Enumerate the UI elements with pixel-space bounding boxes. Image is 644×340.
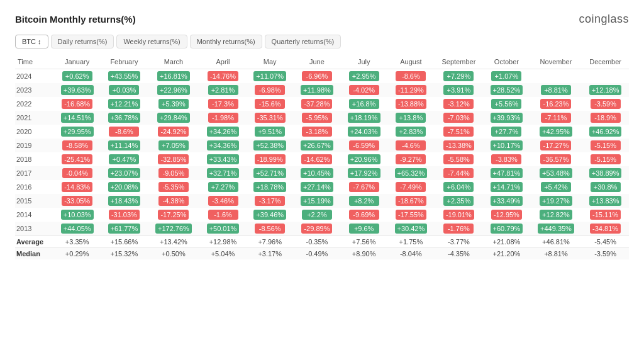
cell-value: -31.03% — [101, 208, 148, 222]
average-cell: -5.45% — [582, 236, 629, 248]
cell-value: -8.6% — [101, 125, 148, 139]
cell-value: +61.77% — [101, 222, 148, 236]
cell-value: +46.92% — [582, 125, 629, 139]
cell-value: +2.83% — [387, 125, 435, 139]
col-apr: April — [199, 55, 247, 69]
tab-monthly[interactable]: Monthly returns(%) — [190, 35, 262, 48]
cell-value: +19.27% — [530, 194, 582, 208]
cell-value: +52.38% — [247, 139, 294, 152]
cell-value: +5.39% — [148, 97, 199, 111]
cell-value: -16.68% — [53, 97, 101, 111]
cell-value: +8.81% — [530, 83, 582, 97]
cell-value: +42.95% — [530, 125, 582, 139]
cell-value: -4.6% — [387, 139, 435, 152]
cell-year: 2022 — [15, 97, 53, 111]
cell-year: 2019 — [15, 139, 53, 152]
cell-value: +1.07% — [483, 69, 530, 84]
tab-quarterly[interactable]: Quarterly returns(%) — [265, 35, 341, 48]
cell-value: +2.81% — [199, 83, 247, 97]
cell-value: -18.99% — [247, 152, 294, 166]
cell-value: +10.17% — [483, 139, 530, 152]
median-cell: +0.29% — [53, 248, 101, 260]
cell-value: +0.03% — [101, 83, 148, 97]
cell-value: -36.57% — [530, 152, 582, 166]
cell-value: +5.56% — [483, 97, 530, 111]
table-row: 2015-33.05%+18.43%-4.38%-3.46%-3.17%+15.… — [15, 194, 629, 208]
cell-value: -14.62% — [294, 152, 341, 166]
cell-value: -11.29% — [387, 83, 435, 97]
cell-value: -17.25% — [148, 208, 199, 222]
cell-value: -14.83% — [53, 180, 101, 194]
cell-value: +27.14% — [294, 180, 341, 194]
cell-value: +16.81% — [148, 69, 199, 84]
cell-value: -1.98% — [199, 111, 247, 125]
average-cell: +13.42% — [148, 236, 199, 248]
table-row: 2021+14.51%+36.78%+29.84%-1.98%-35.31%-5… — [15, 111, 629, 125]
cell-value: -24.92% — [148, 125, 199, 139]
cell-value: +28.52% — [483, 83, 530, 97]
tab-btc[interactable]: BTC ↕ — [15, 35, 48, 48]
average-cell: +46.81% — [530, 236, 582, 248]
cell-value — [530, 69, 582, 84]
cell-value: +33.43% — [199, 152, 247, 166]
cell-value: +33.49% — [483, 194, 530, 208]
cell-value: -25.41% — [53, 152, 101, 166]
col-mar: March — [148, 55, 199, 69]
cell-value: -4.02% — [340, 83, 387, 97]
cell-value: +11.07% — [247, 69, 294, 84]
col-sep: September — [435, 55, 483, 69]
cell-value: +34.26% — [199, 125, 247, 139]
cell-value: +20.96% — [340, 152, 387, 166]
average-cell: +21.08% — [483, 236, 530, 248]
cell-value: -18.67% — [387, 194, 435, 208]
tab-weekly[interactable]: Weekly returns(%) — [116, 35, 187, 48]
cell-value: +32.71% — [199, 166, 247, 180]
cell-value: +39.93% — [483, 111, 530, 125]
cell-value: -33.05% — [53, 194, 101, 208]
cell-value: +0.47% — [101, 152, 148, 166]
cell-value: +43.55% — [101, 69, 148, 84]
cell-value: +53.48% — [530, 166, 582, 180]
median-row: Median+0.29%+15.32%+0.50%+5.04%+3.17%-0.… — [15, 248, 629, 260]
cell-value: -7.44% — [435, 166, 483, 180]
cell-value: +14.71% — [483, 180, 530, 194]
cell-value: -5.35% — [148, 180, 199, 194]
col-oct: October — [483, 55, 530, 69]
cell-value: -29.89% — [294, 222, 341, 236]
median-cell: +5.04% — [199, 248, 247, 260]
median-cell: +0.50% — [148, 248, 199, 260]
cell-year: 2024 — [15, 69, 53, 84]
col-aug: August — [387, 55, 435, 69]
col-jun: June — [294, 55, 341, 69]
median-cell: -0.49% — [294, 248, 341, 260]
cell-value: +18.78% — [247, 180, 294, 194]
cell-value: +7.05% — [148, 139, 199, 152]
cell-value: +36.78% — [101, 111, 148, 125]
table-row: 2020+29.95%-8.6%-24.92%+34.26%+9.51%-3.1… — [15, 125, 629, 139]
cell-value: -3.59% — [582, 97, 629, 111]
cell-value: -1.6% — [199, 208, 247, 222]
tab-daily[interactable]: Daily returns(%) — [51, 35, 114, 48]
cell-value: +16.8% — [340, 97, 387, 111]
returns-table: Time January February March April May Ju… — [15, 55, 629, 259]
cell-value: -4.38% — [148, 194, 199, 208]
average-cell: -0.35% — [294, 236, 341, 248]
cell-value: +449.35% — [530, 222, 582, 236]
cell-year: 2013 — [15, 222, 53, 236]
cell-value: -7.49% — [387, 180, 435, 194]
cell-value: -6.59% — [340, 139, 387, 152]
cell-value: +2.2% — [294, 208, 341, 222]
cell-year: 2014 — [15, 208, 53, 222]
cell-value: +65.32% — [387, 166, 435, 180]
cell-value: -37.28% — [294, 97, 341, 111]
table-row: 2017-0.04%+23.07%-9.05%+32.71%+52.71%+10… — [15, 166, 629, 180]
cell-value: +172.76% — [148, 222, 199, 236]
table-row: 2019-8.58%+11.14%+7.05%+34.36%+52.38%+26… — [15, 139, 629, 152]
cell-year: 2017 — [15, 166, 53, 180]
col-may: May — [247, 55, 294, 69]
cell-year: 2020 — [15, 125, 53, 139]
col-feb: February — [101, 55, 148, 69]
cell-value: -8.58% — [53, 139, 101, 152]
cell-value: +24.03% — [340, 125, 387, 139]
cell-value: -8.56% — [247, 222, 294, 236]
